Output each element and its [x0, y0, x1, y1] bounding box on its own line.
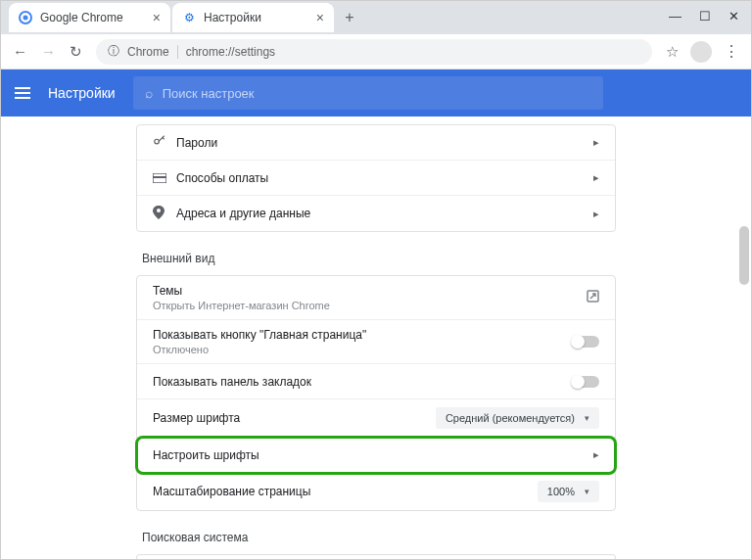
autofill-card: Пароли ▸ Способы оплаты ▸ Адреса и други… — [136, 124, 616, 232]
svg-point-2 — [155, 139, 160, 144]
row-label: Пароли — [176, 136, 593, 150]
close-window-button[interactable]: ✕ — [728, 9, 739, 23]
payment-row[interactable]: Способы оплаты ▸ — [137, 161, 615, 196]
settings-content: Пароли ▸ Способы оплаты ▸ Адреса и други… — [1, 124, 751, 559]
caret-down-icon: ▾ — [585, 413, 589, 423]
addresses-row[interactable]: Адреса и другие данные ▸ — [137, 196, 615, 231]
profile-avatar[interactable] — [690, 41, 712, 63]
search-engine-title: Поисковая система — [142, 531, 616, 544]
new-tab-button[interactable]: + — [336, 4, 363, 31]
minimize-button[interactable]: — — [669, 9, 682, 23]
chevron-right-icon: ▸ — [593, 448, 599, 461]
address-bar[interactable]: ⓘ Chrome chrome://settings — [96, 39, 652, 65]
font-size-row: Размер шрифта Средний (рекомендуется) ▾ — [137, 399, 615, 438]
tab-label: Google Chrome — [40, 11, 123, 24]
chevron-right-icon: ▸ — [593, 136, 599, 149]
back-button[interactable]: ← — [13, 43, 27, 60]
menu-icon[interactable] — [15, 87, 30, 99]
page-zoom-row: Масштабирование страницы 100% ▾ — [137, 473, 615, 510]
appearance-card: Темы Открыть Интернет-магазин Chrome Пок… — [136, 275, 616, 511]
row-label: Настроить шрифты — [153, 448, 593, 462]
toolbar-right: ☆ ⋮ — [666, 41, 739, 63]
select-value: Средний (рекомендуется) — [446, 412, 575, 424]
tab-strip: Google Chrome × ⚙ Настройки × + — [1, 1, 751, 34]
home-button-row[interactable]: Показывать кнопку "Главная страница" Отк… — [137, 320, 615, 364]
bookmark-star-icon[interactable]: ☆ — [666, 43, 679, 61]
row-label: Темы Открыть Интернет-магазин Chrome — [153, 284, 587, 311]
svg-point-1 — [24, 16, 28, 21]
reload-button[interactable]: ↻ — [70, 43, 82, 61]
select-value: 100% — [547, 486, 575, 497]
search-icon: ⌕ — [145, 85, 153, 101]
themes-row[interactable]: Темы Открыть Интернет-магазин Chrome — [137, 276, 615, 320]
url-text: chrome://settings — [186, 45, 275, 59]
home-button-toggle[interactable] — [572, 336, 599, 348]
tab-settings[interactable]: ⚙ Настройки × — [172, 3, 334, 32]
maximize-button[interactable]: ☐ — [699, 9, 711, 23]
location-icon — [153, 206, 176, 222]
row-label: Показывать панель закладок — [153, 375, 572, 389]
row-sublabel: Отключено — [153, 344, 572, 355]
caret-down-icon: ▾ — [585, 487, 589, 496]
settings-search[interactable]: ⌕ — [133, 76, 603, 110]
tab-google-chrome[interactable]: Google Chrome × — [9, 3, 170, 32]
forward-button[interactable]: → — [41, 43, 56, 60]
chrome-icon — [19, 11, 32, 24]
row-sublabel: Открыть Интернет-магазин Chrome — [153, 300, 587, 311]
site-info-icon[interactable]: ⓘ — [108, 43, 119, 60]
gear-icon: ⚙ — [182, 11, 196, 24]
font-size-select[interactable]: Средний (рекомендуется) ▾ — [436, 407, 599, 429]
customize-fonts-row[interactable]: Настроить шрифты ▸ — [137, 438, 615, 473]
bookmarks-bar-toggle[interactable] — [572, 376, 599, 388]
passwords-row[interactable]: Пароли ▸ — [137, 125, 615, 161]
svg-rect-4 — [153, 176, 166, 178]
card-icon — [153, 170, 176, 186]
row-label: Показывать кнопку "Главная страница" Отк… — [153, 328, 572, 355]
row-label: Масштабирование страницы — [153, 485, 538, 498]
chevron-right-icon: ▸ — [593, 171, 599, 184]
chrome-menu-button[interactable]: ⋮ — [724, 42, 739, 61]
page-title: Настройки — [48, 85, 116, 101]
row-label: Размер шрифта — [153, 411, 436, 425]
external-link-icon — [587, 290, 599, 305]
bookmarks-bar-row[interactable]: Показывать панель закладок — [137, 364, 615, 399]
search-engine-card — [136, 554, 616, 559]
scrollbar-thumb[interactable] — [739, 226, 749, 285]
close-tab-button[interactable]: × — [153, 10, 161, 25]
row-label: Адреса и другие данные — [176, 207, 593, 220]
page-zoom-select[interactable]: 100% ▾ — [538, 481, 599, 502]
svg-point-5 — [157, 209, 161, 212]
url-scheme-label: Chrome — [127, 45, 178, 59]
window-controls: — ☐ ✕ — [669, 9, 739, 23]
search-input[interactable] — [163, 86, 591, 101]
key-icon — [153, 134, 176, 151]
row-label: Способы оплаты — [176, 171, 593, 185]
chevron-right-icon: ▸ — [593, 208, 599, 220]
toolbar: ← → ↻ ⓘ Chrome chrome://settings ☆ ⋮ — [1, 34, 751, 70]
tab-label: Настройки — [204, 11, 261, 24]
close-tab-button[interactable]: × — [316, 10, 324, 25]
appearance-title: Внешний вид — [142, 252, 616, 265]
settings-header: Настройки ⌕ — [1, 70, 751, 117]
